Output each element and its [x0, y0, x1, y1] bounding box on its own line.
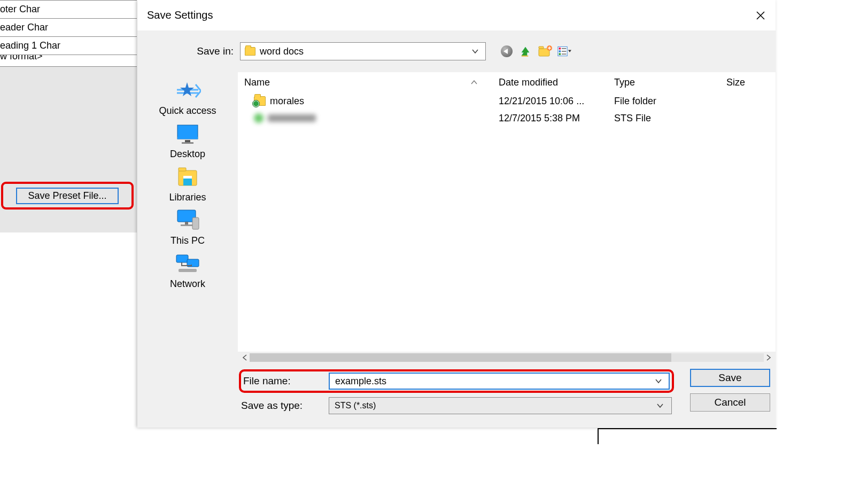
column-date-modified[interactable]: Date modified [499, 77, 614, 88]
views-icon[interactable] [557, 44, 571, 58]
libraries-icon [173, 166, 202, 189]
desktop-icon [173, 123, 202, 145]
save-button[interactable]: Save [690, 369, 770, 387]
file-name-combo[interactable] [329, 373, 670, 390]
svg-rect-22 [192, 218, 199, 229]
file-name-label: File name: [243, 375, 329, 387]
file-name: morales [270, 96, 304, 107]
place-label: Quick access [159, 105, 216, 117]
column-headers[interactable]: Name Date modified Type Size [238, 72, 776, 92]
highlight-filename: File name: [239, 369, 674, 393]
back-icon[interactable] [500, 44, 514, 58]
cancel-button[interactable]: Cancel [690, 393, 770, 412]
column-size[interactable]: Size [726, 77, 769, 88]
chevron-down-icon[interactable] [654, 401, 666, 410]
place-desktop[interactable]: Desktop [170, 123, 205, 160]
table-row[interactable]: morales 12/21/2015 10:06 ... File folder [238, 92, 776, 110]
save-as-type-combo[interactable]: STS (*.sts) [329, 397, 672, 414]
svg-rect-6 [559, 53, 561, 55]
save-as-type-value: STS (*.sts) [335, 401, 654, 410]
style-list-item[interactable]: eader Char [0, 19, 137, 37]
place-this-pc[interactable]: This PC [170, 210, 205, 246]
up-one-level-icon[interactable] [519, 44, 533, 58]
save-preset-file-button[interactable]: Save Preset File... [16, 188, 118, 204]
save-in-combo[interactable]: word docs [240, 42, 486, 60]
dialog-title: Save Settings [147, 9, 749, 21]
svg-rect-7 [562, 48, 567, 49]
network-icon [173, 253, 202, 275]
svg-rect-20 [185, 222, 188, 224]
file-date: 12/21/2015 10:06 ... [499, 96, 614, 107]
background-style-list: oter Char eader Char eading 1 Char [0, 0, 137, 55]
quick-access-icon [173, 80, 202, 102]
style-list-item[interactable]: eading 1 Char [0, 37, 137, 55]
dialog-titlebar: Save Settings [137, 0, 776, 30]
place-quick-access[interactable]: Quick access [159, 80, 216, 117]
highlight-save-preset: Save Preset File... [1, 182, 134, 210]
form-area: File name: Save as type: [137, 363, 776, 428]
border-artifact [598, 428, 777, 429]
scroll-left-icon[interactable] [240, 353, 250, 362]
scroll-right-icon[interactable] [764, 353, 773, 362]
place-label: This PC [170, 235, 205, 246]
file-type: File folder [614, 96, 726, 107]
svg-rect-25 [179, 269, 197, 272]
save-in-row: Save in: word docs [137, 30, 776, 72]
place-network[interactable]: Network [170, 253, 205, 290]
svg-rect-14 [182, 142, 193, 144]
style-list-item[interactable]: oter Char [0, 0, 137, 19]
new-folder-icon[interactable] [538, 44, 552, 58]
scrollbar-thumb[interactable] [250, 353, 671, 362]
svg-rect-13 [185, 140, 190, 142]
save-settings-dialog: Save Settings Save in: word docs [137, 0, 776, 428]
svg-rect-23 [176, 255, 188, 262]
file-list-area: Name Date modified Type Size [238, 72, 776, 363]
column-type[interactable]: Type [614, 77, 726, 88]
svg-rect-16 [179, 168, 186, 171]
place-label: Desktop [170, 149, 205, 160]
file-type: STS File [614, 113, 726, 124]
save-as-type-label: Save as type: [239, 400, 324, 412]
svg-rect-1 [539, 46, 544, 49]
folder-icon [245, 47, 255, 56]
blurred-item [254, 113, 316, 123]
border-artifact [598, 428, 599, 444]
table-row[interactable]: 12/7/2015 5:38 PM STS File [238, 110, 776, 127]
sort-ascending-icon [471, 79, 477, 86]
save-in-value: word docs [260, 46, 465, 57]
file-date: 12/7/2015 5:38 PM [499, 113, 614, 124]
svg-rect-9 [562, 53, 567, 55]
place-label: Network [170, 278, 205, 290]
svg-rect-8 [562, 51, 567, 52]
close-icon[interactable] [749, 4, 772, 27]
svg-rect-18 [183, 176, 192, 179]
place-label: Libraries [169, 192, 206, 203]
svg-rect-12 [177, 137, 198, 139]
svg-rect-5 [559, 50, 561, 52]
places-bar: Quick access Desktop Libraries [137, 72, 238, 363]
file-rows: morales 12/21/2015 10:06 ... File folder [238, 92, 776, 352]
column-name[interactable]: Name [244, 77, 499, 88]
file-name-input[interactable] [334, 375, 653, 387]
place-libraries[interactable]: Libraries [169, 166, 206, 203]
save-in-label: Save in: [188, 45, 234, 57]
chevron-down-icon[interactable] [653, 376, 664, 386]
chevron-down-icon[interactable] [469, 46, 481, 56]
synced-folder-icon [254, 96, 266, 106]
svg-rect-4 [559, 48, 561, 49]
this-pc-icon [173, 210, 202, 232]
svg-rect-21 [181, 224, 192, 226]
horizontal-scrollbar[interactable] [238, 352, 776, 363]
column-label: Name [244, 77, 270, 88]
scrollbar-track[interactable] [250, 353, 764, 362]
